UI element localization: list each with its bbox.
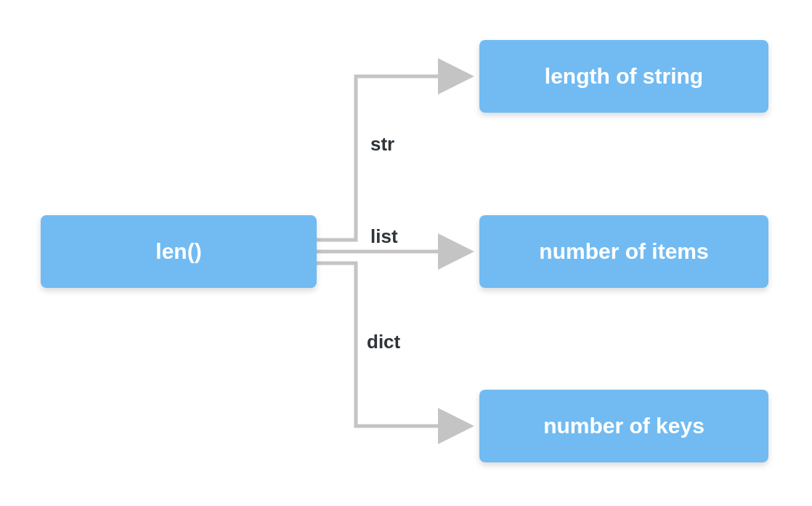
target-3-label: number of keys [543, 414, 705, 438]
target-node-number-of-items: number of items [479, 215, 768, 288]
edge-label-str: str [370, 133, 394, 156]
source-node-label: len() [155, 239, 201, 264]
arrow-str [317, 76, 471, 240]
source-node-len: len() [41, 215, 317, 288]
edge-label-dict: dict [367, 331, 400, 353]
len-diagram: len() length of string number of items n… [0, 0, 812, 506]
target-node-number-of-keys: number of keys [479, 390, 768, 462]
target-1-label: length of string [545, 64, 703, 89]
target-node-length-of-string: length of string [479, 40, 768, 113]
edge-label-list: list [370, 225, 398, 248]
target-2-label: number of items [539, 239, 708, 264]
